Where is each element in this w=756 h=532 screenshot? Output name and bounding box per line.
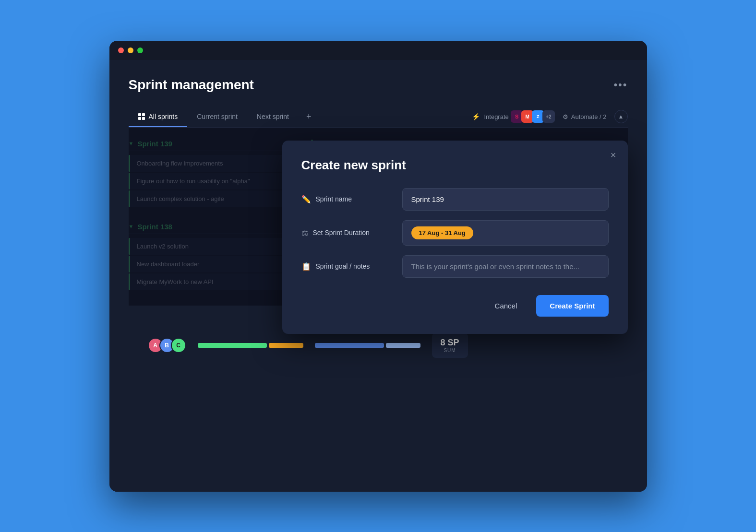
sp-label: SUM xyxy=(441,348,459,353)
cancel-button[interactable]: Cancel xyxy=(485,296,527,316)
sp-badge: 8 SP SUM xyxy=(432,333,468,358)
integrate-icons: S M Z +2 xyxy=(513,110,555,123)
tab-next-sprint-label: Next sprint xyxy=(257,113,289,120)
sprint-goal-row: 📋 Sprint goal / notes xyxy=(301,255,609,278)
avatar-3: C xyxy=(171,338,186,353)
tabs-right: ⚡ Integrate S M Z +2 ⚙ Automate / 2 ▲ xyxy=(472,110,627,123)
integrate-label: Integrate xyxy=(484,113,508,120)
create-sprint-modal: × Create new sprint ✏️ Sprint name ⚖ xyxy=(282,141,628,334)
app-container: Sprint management ••• All sprints Curren… xyxy=(109,60,647,492)
more-menu-icon[interactable]: ••• xyxy=(613,79,627,91)
collapse-button[interactable]: ▲ xyxy=(614,110,628,123)
header-row: Sprint management ••• xyxy=(129,77,628,93)
tabs-row: All sprints Current sprint Next sprint +… xyxy=(129,106,628,128)
automate-button[interactable]: ⚙ Automate / 2 xyxy=(563,113,607,120)
progress-bar-group-2 xyxy=(315,343,420,348)
tab-current-sprint[interactable]: Current sprint xyxy=(187,107,247,127)
sprint-goal-label: 📋 Sprint goal / notes xyxy=(301,262,393,271)
create-sprint-button[interactable]: Create Sprint xyxy=(536,295,608,317)
progress-segment-orange xyxy=(269,343,303,348)
sprint-name-row: ✏️ Sprint name xyxy=(301,188,609,211)
avatar-group: A B C xyxy=(148,338,186,353)
dot-green[interactable] xyxy=(137,47,143,53)
more-integrations-icon: +2 xyxy=(542,110,555,123)
dot-red[interactable] xyxy=(118,47,124,53)
modal-title: Create new sprint xyxy=(301,158,609,173)
modal-close-button[interactable]: × xyxy=(611,150,616,160)
sprint-name-label: ✏️ Sprint name xyxy=(301,195,393,204)
duration-badge[interactable]: 17 Aug - 31 Aug xyxy=(411,226,473,239)
progress-segment-lightblue xyxy=(386,343,420,348)
add-tab-button[interactable]: + xyxy=(299,106,319,128)
automate-label: Automate / 2 xyxy=(571,113,607,120)
automate-icon: ⚙ xyxy=(563,113,568,120)
grid-icon xyxy=(138,113,145,120)
dot-yellow[interactable] xyxy=(128,47,133,53)
pencil-icon: ✏️ xyxy=(301,195,311,204)
modal-overlay: × Create new sprint ✏️ Sprint name ⚖ xyxy=(129,128,628,306)
tab-all-sprints-label: All sprints xyxy=(149,113,178,120)
tab-next-sprint[interactable]: Next sprint xyxy=(247,107,299,127)
sprint-duration-label: ⚖ Set Sprint Duration xyxy=(301,228,393,237)
duration-field[interactable]: 17 Aug - 31 Aug xyxy=(402,220,609,246)
duration-icon: ⚖ xyxy=(301,228,308,237)
tab-current-sprint-label: Current sprint xyxy=(197,113,238,120)
progress-bar-group-1 xyxy=(198,343,303,348)
tab-all-sprints[interactable]: All sprints xyxy=(129,107,188,127)
sprint-duration-row: ⚖ Set Sprint Duration 17 Aug - 31 Aug xyxy=(301,220,609,246)
progress-segment-green xyxy=(198,343,267,348)
main-content: ▼ Sprint 139 Onboarding flow improvement… xyxy=(129,128,628,306)
sprint-name-input[interactable] xyxy=(402,188,609,211)
modal-actions: Cancel Create Sprint xyxy=(301,295,609,317)
app-window: Sprint management ••• All sprints Curren… xyxy=(109,41,647,492)
notes-icon: 📋 xyxy=(301,262,311,271)
integrate-button[interactable]: ⚡ Integrate S M Z +2 xyxy=(472,110,554,123)
sprint-goal-input[interactable] xyxy=(402,255,609,278)
page-title: Sprint management xyxy=(129,77,254,93)
progress-segment-blue xyxy=(315,343,384,348)
titlebar xyxy=(109,41,647,60)
sp-number: 8 SP xyxy=(441,338,459,348)
